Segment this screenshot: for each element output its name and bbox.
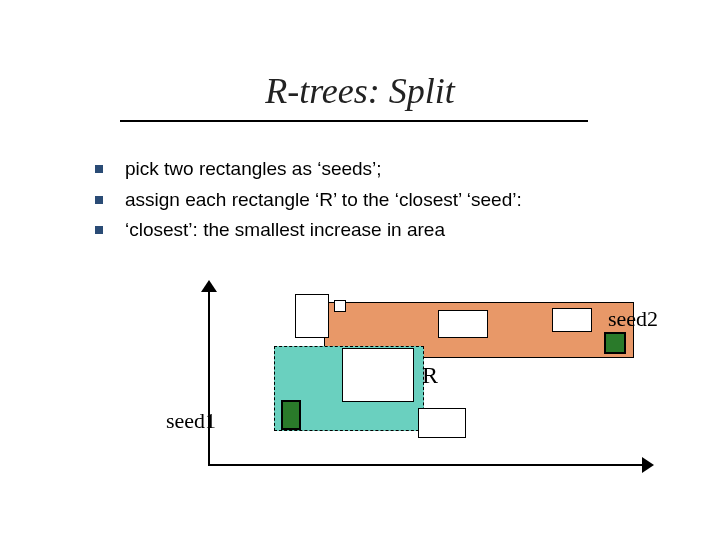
label-seed1: seed1 — [166, 408, 216, 434]
bullet-icon — [95, 196, 103, 204]
diagram: R seed1 seed2 — [190, 286, 650, 486]
bullet-icon — [95, 226, 103, 234]
rectangle — [295, 294, 329, 338]
rectangle — [334, 300, 346, 312]
bullet-icon — [95, 165, 103, 173]
y-axis — [208, 286, 210, 466]
bullet-text: assign each rectangle ‘R’ to the ‘closes… — [125, 188, 522, 213]
y-axis-arrow-icon — [201, 280, 217, 292]
bullet-text: pick two rectangles as ‘seeds’; — [125, 157, 382, 182]
title-underline — [120, 120, 588, 122]
x-axis-arrow-icon — [642, 457, 654, 473]
rectangle — [552, 308, 592, 332]
bullet-item: ‘closest’: the smallest increase in area — [95, 218, 522, 243]
bullet-list: pick two rectangles as ‘seeds’; assign e… — [95, 157, 522, 249]
x-axis — [208, 464, 648, 466]
bullet-item: pick two rectangles as ‘seeds’; — [95, 157, 522, 182]
label-R: R — [422, 362, 438, 389]
rectangle — [438, 310, 488, 338]
rectangle — [418, 408, 466, 438]
slide-title: R-trees: Split — [0, 70, 720, 112]
seed1-rectangle — [281, 400, 301, 430]
bullet-text: ‘closest’: the smallest increase in area — [125, 218, 445, 243]
rectangle-R — [342, 348, 414, 402]
label-seed2: seed2 — [608, 306, 658, 332]
seed2-rectangle — [604, 332, 626, 354]
bullet-item: assign each rectangle ‘R’ to the ‘closes… — [95, 188, 522, 213]
